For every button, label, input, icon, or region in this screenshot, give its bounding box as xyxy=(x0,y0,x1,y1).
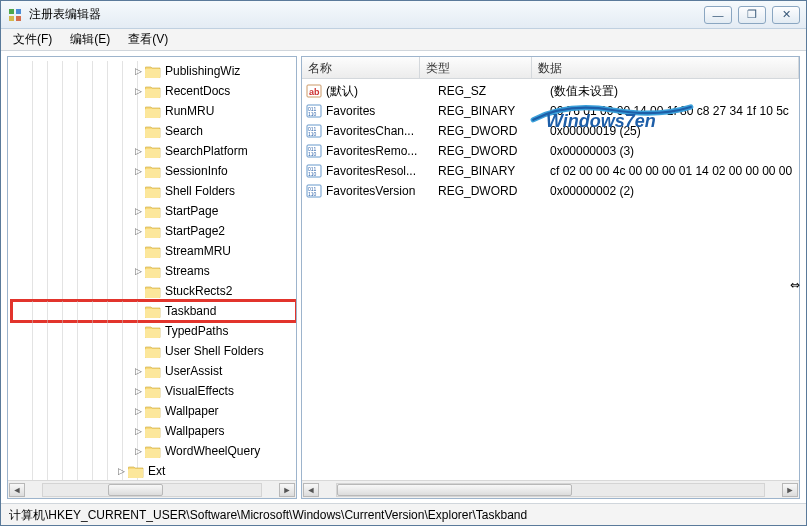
list-row[interactable]: 011110FavoritesRemo...REG_DWORD0x0000000… xyxy=(302,141,799,161)
value-type: REG_DWORD xyxy=(438,184,550,198)
binary-value-icon: 011110 xyxy=(306,163,322,179)
tree-item-streammru[interactable]: StreamMRU xyxy=(12,241,296,261)
expander-icon[interactable]: ▷ xyxy=(132,145,144,157)
folder-icon xyxy=(145,165,161,178)
tree-label: StreamMRU xyxy=(165,244,233,258)
tree-item-taskband[interactable]: Taskband xyxy=(12,301,296,321)
tree-item-search[interactable]: Search xyxy=(12,121,296,141)
list-row[interactable]: 011110FavoritesResol...REG_BINARYcf 02 0… xyxy=(302,161,799,181)
tree-item-runmru[interactable]: RunMRU xyxy=(12,101,296,121)
value-name: FavoritesVersion xyxy=(326,184,438,198)
list-row[interactable]: ab(默认)REG_SZ(数值未设置) xyxy=(302,81,799,101)
scroll-right-icon[interactable]: ► xyxy=(782,483,798,497)
tree-item-streams[interactable]: ▷Streams xyxy=(12,261,296,281)
maximize-button[interactable]: ❐ xyxy=(738,6,766,24)
folder-icon xyxy=(145,185,161,198)
value-data: cf 02 00 00 4c 00 00 00 01 14 02 00 00 0… xyxy=(550,164,799,178)
svg-text:110: 110 xyxy=(308,191,317,197)
app-icon xyxy=(7,7,23,23)
tree-body[interactable]: ▷PublishingWiz▷RecentDocsRunMRUSearch▷Se… xyxy=(8,57,296,480)
tree-item-user-shell-folders[interactable]: User Shell Folders xyxy=(12,341,296,361)
expander-icon[interactable]: ▷ xyxy=(132,405,144,417)
folder-icon xyxy=(145,325,161,338)
tree-item-sessioninfo[interactable]: ▷SessionInfo xyxy=(12,161,296,181)
expander-icon[interactable]: ▷ xyxy=(132,365,144,377)
tree-item-shell-folders[interactable]: Shell Folders xyxy=(12,181,296,201)
folder-icon xyxy=(145,205,161,218)
regedit-window: 注册表编辑器 — ❐ ✕ 文件(F) 编辑(E) 查看(V) ▷Publishi… xyxy=(0,0,807,526)
list-scrollbar-h[interactable]: ◄ ► xyxy=(302,480,799,498)
tree-item-recentdocs[interactable]: ▷RecentDocs xyxy=(12,81,296,101)
content-area: ▷PublishingWiz▷RecentDocsRunMRUSearch▷Se… xyxy=(1,51,806,503)
folder-icon xyxy=(145,145,161,158)
tree-item-searchplatform[interactable]: ▷SearchPlatform xyxy=(12,141,296,161)
scroll-right-icon[interactable]: ► xyxy=(279,483,295,497)
folder-icon xyxy=(145,285,161,298)
tree-item-typedpaths[interactable]: TypedPaths xyxy=(12,321,296,341)
list-body[interactable]: ab(默认)REG_SZ(数值未设置)011110FavoritesREG_BI… xyxy=(302,79,799,203)
expander-icon[interactable]: ▷ xyxy=(132,445,144,457)
list-row[interactable]: 011110FavoritesREG_BINARY00 76 01 00 00 … xyxy=(302,101,799,121)
folder-icon xyxy=(128,465,144,478)
folder-icon xyxy=(145,405,161,418)
menu-edit[interactable]: 编辑(E) xyxy=(62,29,118,50)
expander-icon[interactable]: ▷ xyxy=(132,85,144,97)
tree-item-ext[interactable]: ▷Ext xyxy=(12,461,296,480)
scroll-left-icon[interactable]: ◄ xyxy=(303,483,319,497)
tree-item-publishingwiz[interactable]: ▷PublishingWiz xyxy=(12,61,296,81)
folder-icon xyxy=(145,445,161,458)
tree-label: StartPage xyxy=(165,204,220,218)
scroll-left-icon[interactable]: ◄ xyxy=(9,483,25,497)
expander-icon[interactable]: ▷ xyxy=(132,385,144,397)
svg-rect-1 xyxy=(16,9,21,14)
tree-label: UserAssist xyxy=(165,364,224,378)
value-name: FavoritesResol... xyxy=(326,164,438,178)
expander-icon[interactable]: ▷ xyxy=(132,225,144,237)
tree-pane: ▷PublishingWiz▷RecentDocsRunMRUSearch▷Se… xyxy=(7,56,297,499)
folder-icon xyxy=(145,225,161,238)
col-name[interactable]: 名称 xyxy=(302,57,420,78)
expander-icon[interactable]: ▷ xyxy=(132,165,144,177)
tree-item-startpage2[interactable]: ▷StartPage2 xyxy=(12,221,296,241)
menu-file[interactable]: 文件(F) xyxy=(5,29,60,50)
binary-value-icon: 011110 xyxy=(306,183,322,199)
tree-item-wordwheelquery[interactable]: ▷WordWheelQuery xyxy=(12,441,296,461)
tree-item-visualeffects[interactable]: ▷VisualEffects xyxy=(12,381,296,401)
expander-icon[interactable]: ▷ xyxy=(132,265,144,277)
svg-text:110: 110 xyxy=(308,131,317,137)
list-row[interactable]: 011110FavoritesVersionREG_DWORD0x0000000… xyxy=(302,181,799,201)
tree-label: User Shell Folders xyxy=(165,344,266,358)
col-type[interactable]: 类型 xyxy=(420,57,532,78)
tree-label: StartPage2 xyxy=(165,224,227,238)
close-button[interactable]: ✕ xyxy=(772,6,800,24)
expander-icon[interactable]: ▷ xyxy=(132,425,144,437)
string-value-icon: ab xyxy=(306,83,322,99)
value-data: 0x00000019 (25) xyxy=(550,124,799,138)
tree-scrollbar-h[interactable]: ◄ ► xyxy=(8,480,296,498)
tree-item-wallpaper[interactable]: ▷Wallpaper xyxy=(12,401,296,421)
status-path: 计算机\HKEY_CURRENT_USER\Software\Microsoft… xyxy=(9,508,527,522)
menu-view[interactable]: 查看(V) xyxy=(120,29,176,50)
tree-label: VisualEffects xyxy=(165,384,236,398)
resize-handle-icon[interactable]: ⇔ xyxy=(790,278,800,292)
tree-item-userassist[interactable]: ▷UserAssist xyxy=(12,361,296,381)
svg-rect-0 xyxy=(9,9,14,14)
tree-label: TypedPaths xyxy=(165,324,230,338)
expander-icon xyxy=(132,245,144,257)
tree-item-wallpapers[interactable]: ▷Wallpapers xyxy=(12,421,296,441)
tree-label: SessionInfo xyxy=(165,164,230,178)
tree-label: RecentDocs xyxy=(165,84,232,98)
expander-icon[interactable]: ▷ xyxy=(132,65,144,77)
value-type: REG_BINARY xyxy=(438,104,550,118)
tree-item-stuckrects2[interactable]: StuckRects2 xyxy=(12,281,296,301)
tree-item-startpage[interactable]: ▷StartPage xyxy=(12,201,296,221)
col-data[interactable]: 数据 xyxy=(532,57,799,78)
expander-icon[interactable]: ▷ xyxy=(132,205,144,217)
expander-icon xyxy=(132,285,144,297)
expander-icon xyxy=(132,305,144,317)
list-row[interactable]: 011110FavoritesChan...REG_DWORD0x0000001… xyxy=(302,121,799,141)
minimize-button[interactable]: — xyxy=(704,6,732,24)
tree-label: PublishingWiz xyxy=(165,64,242,78)
expander-icon[interactable]: ▷ xyxy=(115,465,127,477)
titlebar[interactable]: 注册表编辑器 — ❐ ✕ xyxy=(1,1,806,29)
